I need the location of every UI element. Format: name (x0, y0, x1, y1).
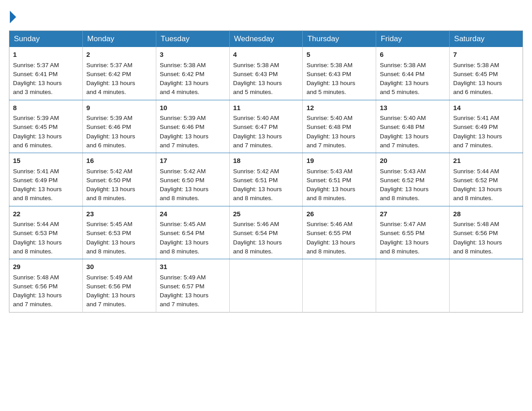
day-number: 24 (160, 209, 226, 219)
sunset-info: Sunset: 6:44 PM (380, 71, 425, 77)
sunrise-info: Sunrise: 5:39 AM (86, 115, 133, 121)
sunrise-info: Sunrise: 5:49 AM (160, 274, 206, 281)
sunrise-info: Sunrise: 5:48 AM (13, 274, 59, 281)
week-row-3: 15Sunrise: 5:41 AMSunset: 6:49 PMDayligh… (9, 153, 523, 206)
daylight-info-1: Daylight: 13 hours (380, 186, 429, 193)
day-cell: 3Sunrise: 5:38 AMSunset: 6:42 PMDaylight… (156, 47, 229, 100)
sunset-info: Sunset: 6:46 PM (86, 124, 131, 130)
day-cell: 6Sunrise: 5:38 AMSunset: 6:44 PMDaylight… (376, 47, 450, 100)
day-cell: 31Sunrise: 5:49 AMSunset: 6:57 PMDayligh… (156, 259, 229, 313)
daylight-info-2: and 7 minutes. (380, 142, 420, 149)
header-friday: Friday (376, 31, 450, 47)
day-cell (229, 259, 303, 313)
sunrise-info: Sunrise: 5:42 AM (160, 168, 206, 175)
day-cell: 4Sunrise: 5:38 AMSunset: 6:43 PMDaylight… (229, 47, 303, 100)
day-number: 25 (233, 209, 299, 219)
day-number: 20 (380, 156, 446, 166)
day-number: 12 (306, 103, 372, 113)
daylight-info-2: and 8 minutes. (233, 248, 273, 255)
sunset-info: Sunset: 6:54 PM (160, 230, 205, 236)
sunset-info: Sunset: 6:53 PM (86, 230, 131, 236)
sunrise-info: Sunrise: 5:38 AM (233, 62, 279, 68)
sunset-info: Sunset: 6:50 PM (160, 177, 205, 184)
day-cell: 24Sunrise: 5:45 AMSunset: 6:54 PMDayligh… (156, 206, 229, 259)
daylight-info-1: Daylight: 13 hours (160, 186, 209, 193)
day-cell: 17Sunrise: 5:42 AMSunset: 6:50 PMDayligh… (156, 153, 229, 206)
sunrise-info: Sunrise: 5:45 AM (160, 221, 206, 227)
daylight-info-1: Daylight: 13 hours (306, 239, 355, 246)
daylight-info-1: Daylight: 13 hours (380, 80, 429, 86)
day-cell: 2Sunrise: 5:37 AMSunset: 6:42 PMDaylight… (82, 47, 156, 100)
daylight-info-1: Daylight: 13 hours (86, 186, 135, 193)
daylight-info-2: and 5 minutes. (233, 89, 273, 95)
sunset-info: Sunset: 6:51 PM (233, 177, 278, 184)
daylight-info-1: Daylight: 13 hours (453, 80, 502, 86)
daylight-info-2: and 7 minutes. (86, 301, 126, 308)
header-tuesday: Tuesday (156, 31, 229, 47)
sunset-info: Sunset: 6:42 PM (86, 71, 131, 77)
daylight-info-2: and 7 minutes. (233, 142, 273, 149)
sunrise-info: Sunrise: 5:40 AM (380, 115, 426, 121)
daylight-info-2: and 7 minutes. (160, 142, 200, 149)
day-number: 5 (306, 50, 372, 60)
daylight-info-2: and 6 minutes. (453, 89, 493, 95)
daylight-info-1: Daylight: 13 hours (233, 80, 282, 86)
day-cell: 20Sunrise: 5:43 AMSunset: 6:52 PMDayligh… (376, 153, 450, 206)
daylight-info-2: and 8 minutes. (453, 195, 493, 201)
day-number: 15 (13, 156, 79, 166)
day-cell: 27Sunrise: 5:47 AMSunset: 6:55 PMDayligh… (376, 206, 450, 259)
daylight-info-2: and 4 minutes. (160, 89, 200, 95)
daylight-info-1: Daylight: 13 hours (233, 239, 282, 246)
day-number: 7 (453, 50, 519, 60)
day-number: 26 (306, 209, 372, 219)
sunrise-info: Sunrise: 5:37 AM (13, 62, 59, 68)
daylight-info-2: and 4 minutes. (86, 89, 126, 95)
daylight-info-2: and 8 minutes. (86, 195, 126, 201)
sunset-info: Sunset: 6:53 PM (13, 230, 58, 236)
daylight-info-2: and 7 minutes. (453, 142, 493, 149)
day-cell: 22Sunrise: 5:44 AMSunset: 6:53 PMDayligh… (9, 206, 83, 259)
daylight-info-2: and 7 minutes. (306, 142, 346, 149)
day-number: 8 (13, 103, 79, 113)
daylight-info-2: and 7 minutes. (13, 301, 53, 308)
daylight-info-1: Daylight: 13 hours (233, 186, 282, 193)
sunset-info: Sunset: 6:52 PM (453, 177, 498, 184)
sunrise-info: Sunrise: 5:37 AM (86, 62, 133, 68)
sunset-info: Sunset: 6:43 PM (233, 71, 278, 77)
daylight-info-1: Daylight: 13 hours (13, 292, 62, 299)
day-cell: 25Sunrise: 5:46 AMSunset: 6:54 PMDayligh… (229, 206, 303, 259)
daylight-info-1: Daylight: 13 hours (160, 292, 209, 299)
header-thursday: Thursday (303, 31, 376, 47)
daylight-info-1: Daylight: 13 hours (306, 133, 355, 140)
sunrise-info: Sunrise: 5:46 AM (306, 221, 352, 227)
sunset-info: Sunset: 6:52 PM (380, 177, 425, 184)
day-number: 11 (233, 103, 299, 113)
day-number: 21 (453, 156, 519, 166)
day-number: 31 (160, 262, 226, 272)
day-cell: 18Sunrise: 5:42 AMSunset: 6:51 PMDayligh… (229, 153, 303, 206)
daylight-info-1: Daylight: 13 hours (233, 133, 282, 140)
sunrise-info: Sunrise: 5:47 AM (380, 221, 426, 227)
day-cell: 8Sunrise: 5:39 AMSunset: 6:45 PMDaylight… (9, 100, 83, 153)
day-number: 29 (13, 262, 79, 272)
sunset-info: Sunset: 6:48 PM (306, 124, 351, 130)
week-row-5: 29Sunrise: 5:48 AMSunset: 6:56 PMDayligh… (9, 259, 523, 313)
day-number: 17 (160, 156, 226, 166)
sunset-info: Sunset: 6:42 PM (160, 71, 205, 77)
day-cell: 16Sunrise: 5:42 AMSunset: 6:50 PMDayligh… (82, 153, 156, 206)
day-cell: 10Sunrise: 5:39 AMSunset: 6:46 PMDayligh… (156, 100, 229, 153)
daylight-info-2: and 6 minutes. (86, 142, 126, 149)
header-wednesday: Wednesday (229, 31, 303, 47)
day-number: 2 (86, 50, 152, 60)
week-row-2: 8Sunrise: 5:39 AMSunset: 6:45 PMDaylight… (9, 100, 523, 153)
day-cell: 21Sunrise: 5:44 AMSunset: 6:52 PMDayligh… (450, 153, 523, 206)
daylight-info-2: and 8 minutes. (160, 248, 200, 255)
daylight-info-1: Daylight: 13 hours (13, 239, 62, 246)
day-cell: 15Sunrise: 5:41 AMSunset: 6:49 PMDayligh… (9, 153, 83, 206)
day-cell (303, 259, 376, 313)
sunrise-info: Sunrise: 5:38 AM (306, 62, 352, 68)
daylight-info-2: and 8 minutes. (453, 248, 493, 255)
sunset-info: Sunset: 6:45 PM (13, 124, 58, 130)
sunset-info: Sunset: 6:49 PM (13, 177, 58, 184)
day-number: 28 (453, 209, 519, 219)
